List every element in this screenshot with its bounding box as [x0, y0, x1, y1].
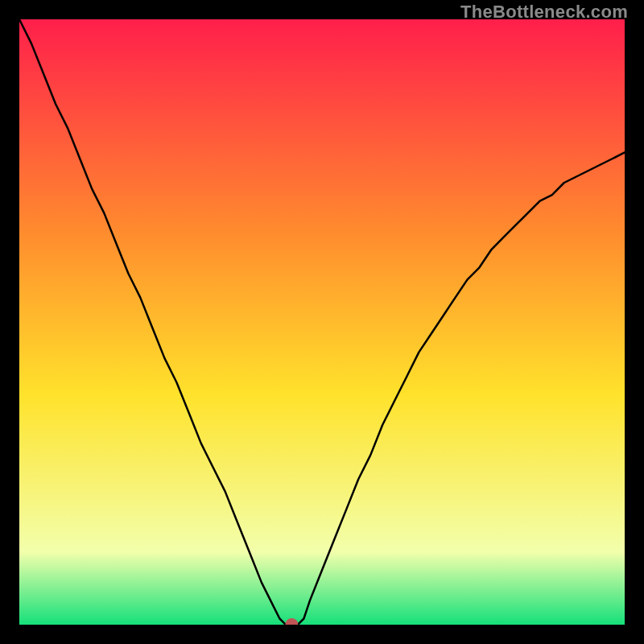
chart-frame: TheBottleneck.com	[0, 0, 644, 644]
bottleneck-chart	[19, 19, 625, 625]
gradient-background	[19, 19, 625, 625]
